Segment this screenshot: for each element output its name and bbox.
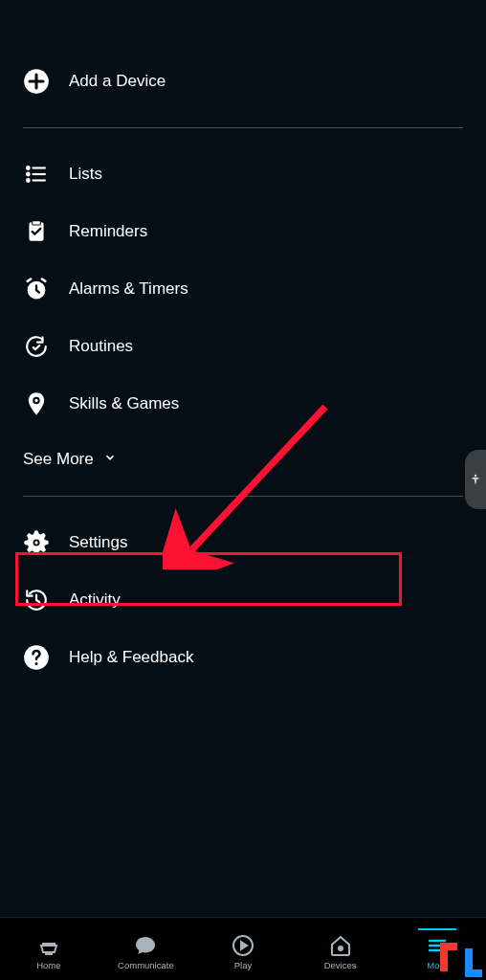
play-icon: [232, 934, 254, 957]
history-icon: [23, 587, 50, 613]
nav-label: Devices: [324, 960, 357, 970]
help-icon: [23, 644, 50, 671]
svg-point-17: [475, 475, 476, 477]
skills-icon: [23, 390, 50, 417]
svg-point-6: [27, 179, 30, 182]
nav-label: More: [427, 960, 448, 970]
see-more-label: See More: [23, 450, 94, 469]
menu-item-lists[interactable]: Lists: [23, 145, 463, 203]
svg-rect-19: [45, 953, 53, 955]
menu-item-label: Add a Device: [69, 72, 166, 91]
divider: [23, 127, 463, 128]
nav-play[interactable]: Play: [194, 928, 292, 970]
plus-circle-icon: [23, 68, 50, 95]
menu-item-label: Reminders: [69, 222, 147, 241]
svg-point-21: [339, 947, 342, 950]
nav-label: Home: [36, 960, 60, 970]
menu-item-label: Alarms & Timers: [69, 279, 188, 299]
menu-item-label: Help & Feedback: [69, 648, 193, 667]
accessibility-tab[interactable]: [465, 450, 486, 509]
nav-home[interactable]: Home: [0, 928, 98, 970]
svg-point-5: [27, 173, 30, 176]
svg-point-11: [34, 399, 37, 402]
menu-item-label: Activity: [69, 590, 121, 610]
svg-point-4: [27, 167, 30, 169]
menu-item-skills-games[interactable]: Skills & Games: [23, 375, 463, 433]
svg-point-14: [34, 541, 37, 544]
svg-point-16: [34, 662, 37, 665]
divider: [23, 496, 463, 497]
see-more-toggle[interactable]: See More: [23, 433, 463, 479]
menu-item-reminders[interactable]: Reminders: [23, 203, 463, 260]
menu-item-label: Skills & Games: [69, 394, 179, 413]
alarm-icon: [23, 276, 50, 302]
menu-item-add-device[interactable]: Add a Device: [23, 53, 463, 110]
menu-item-alarms-timers[interactable]: Alarms & Timers: [23, 260, 463, 318]
menu-item-label: Settings: [69, 533, 127, 552]
more-icon: [426, 934, 449, 957]
bottom-nav: Home Communicate Play Devices More: [0, 917, 486, 980]
home-icon: [37, 934, 60, 957]
nav-devices[interactable]: Devices: [292, 928, 389, 970]
gear-icon: [23, 529, 50, 556]
menu-item-routines[interactable]: Routines: [23, 318, 463, 375]
chevron-down-icon: [103, 450, 117, 469]
clipboard-check-icon: [23, 218, 50, 245]
devices-icon: [329, 934, 352, 957]
communicate-icon: [134, 934, 157, 957]
nav-communicate[interactable]: Communicate: [98, 928, 195, 970]
svg-rect-8: [33, 221, 41, 225]
menu-item-activity[interactable]: Activity: [23, 571, 463, 629]
list-icon: [23, 161, 50, 188]
nav-label: Communicate: [118, 960, 174, 970]
menu-item-label: Routines: [69, 337, 133, 356]
routine-icon: [23, 333, 50, 360]
menu-item-label: Lists: [69, 165, 102, 184]
menu-item-settings[interactable]: Settings: [23, 514, 463, 571]
nav-more[interactable]: More: [388, 928, 486, 970]
nav-label: Play: [234, 960, 252, 970]
menu-item-help-feedback[interactable]: Help & Feedback: [23, 629, 463, 686]
